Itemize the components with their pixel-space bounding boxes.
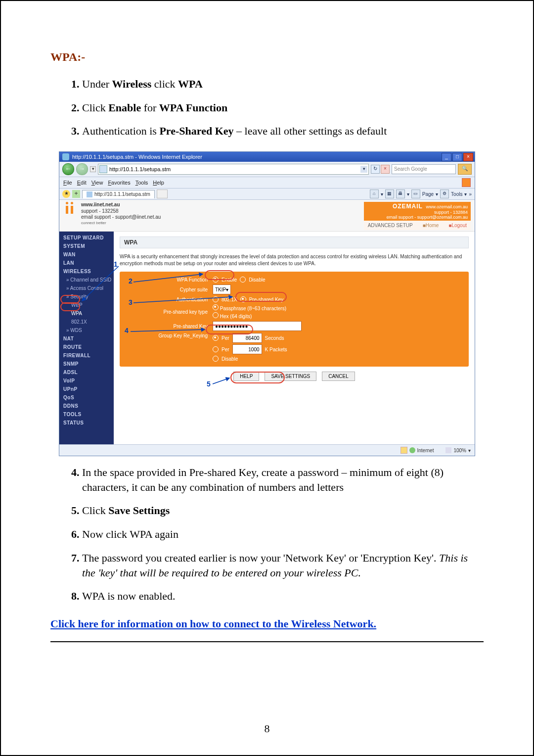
side-wireless[interactable]: WIRELESS — [59, 267, 114, 276]
ring-key — [206, 325, 253, 334]
maximize-button[interactable]: □ — [452, 153, 462, 161]
side-8021x[interactable]: 802.1X — [59, 318, 114, 326]
side-qos[interactable]: QoS — [59, 393, 114, 402]
arrow-3 — [134, 301, 237, 306]
window-buttons: _ □ × — [442, 153, 473, 161]
side-nat[interactable]: NAT — [59, 334, 114, 343]
side-tools[interactable]: TOOLS — [59, 410, 114, 419]
new-tab-button[interactable] — [157, 189, 168, 198]
side-system[interactable]: SYSTEM — [59, 242, 114, 250]
chevrons-icon[interactable]: » — [469, 191, 472, 197]
rekey-seconds-input[interactable]: 86400 — [232, 333, 262, 343]
side-voip[interactable]: VoIP — [59, 377, 114, 385]
menus: File Edit View Favorites Tools Help — [63, 180, 164, 186]
steps-list-top: Under Wireless click WPA Click Enable fo… — [50, 77, 484, 139]
search-go-button[interactable]: 🔍 — [458, 164, 472, 175]
side-firewall[interactable]: FIREWALL — [59, 351, 114, 360]
cypher-select[interactable]: TKIP ▾ — [213, 284, 231, 294]
menu-tools[interactable]: Tools — [135, 180, 148, 186]
ozemail-brand: OZEMAIL www.ozemail.com.au support - 132… — [364, 202, 471, 230]
radio-disable[interactable] — [240, 277, 246, 283]
favorites-icon[interactable]: ★ — [62, 190, 70, 198]
wpa-settings-panel: WPA Function Enable Disable Cypher suite — [120, 272, 469, 367]
status-zone: Internet — [400, 447, 434, 454]
menu-edit[interactable]: Edit — [77, 180, 87, 186]
menu-view[interactable]: View — [91, 180, 103, 186]
ie-window: http://10.1.1.1/setupa.stm - Windows Int… — [59, 151, 475, 456]
home-icon[interactable]: ⌂ — [370, 189, 379, 198]
ring-enable — [205, 270, 234, 280]
menu-file[interactable]: File — [63, 180, 72, 186]
refresh-button[interactable]: ↻ — [371, 165, 380, 174]
iinet-info: www.iinet.net.au support - 132258 email … — [81, 202, 161, 226]
ring-save — [230, 372, 285, 383]
wpa-panel-title: WPA — [120, 236, 469, 248]
tools-menu-icon[interactable]: ⚙ — [440, 189, 449, 198]
home-link[interactable]: ■Home — [423, 223, 439, 228]
callout-5: 5 — [207, 380, 211, 388]
side-status[interactable]: STATUS — [59, 419, 114, 427]
rekey-packets-input[interactable]: 1000 — [232, 344, 262, 354]
feeds-icon[interactable]: ▦ — [385, 189, 394, 198]
rss-icon[interactable] — [462, 178, 471, 187]
step-5: Click Save Settings — [82, 503, 484, 518]
ie-status-bar: Internet 100% ▾ — [59, 444, 475, 456]
side-snmp[interactable]: SNMP — [59, 360, 114, 368]
print-icon[interactable]: 🖶 — [396, 189, 405, 198]
status-zoom[interactable]: 100% ▾ — [445, 447, 471, 453]
side-upnp[interactable]: UPnP — [59, 385, 114, 393]
minimize-button[interactable]: _ — [442, 153, 451, 161]
side-wan[interactable]: WAN — [59, 250, 114, 259]
shield-icon — [400, 447, 407, 454]
url-text: http://10.1.1.1/setupa.stm — [109, 166, 358, 172]
button-row: HELP SAVE SETTINGS CANCEL — [120, 372, 469, 381]
stop-button[interactable]: × — [381, 165, 390, 174]
callout-4: 4 — [125, 327, 129, 334]
radio-rekey-seconds[interactable] — [213, 335, 219, 341]
menu-help[interactable]: Help — [153, 180, 164, 186]
address-dropdown-icon[interactable]: ▾ — [360, 166, 367, 173]
browser-tab[interactable]: http://10.1.1.1/setupa.stm — [82, 190, 155, 198]
radio-rekey-disable[interactable] — [213, 356, 219, 362]
radio-rekey-packets[interactable] — [213, 346, 219, 352]
section-heading: WPA:- — [50, 50, 484, 64]
ring-side-wpa — [60, 302, 80, 311]
globe-icon — [409, 447, 415, 453]
page-icon — [99, 165, 107, 173]
close-button[interactable]: × — [463, 153, 473, 161]
arrow-1 — [117, 261, 136, 276]
side-ddns[interactable]: DDNS — [59, 402, 114, 410]
back-button[interactable]: ← — [62, 163, 74, 175]
forward-button[interactable]: → — [76, 163, 88, 175]
add-favorite-icon[interactable]: + — [72, 190, 80, 198]
row-cypher: Cypher suite TKIP ▾ — [124, 284, 465, 294]
wpa-description: WPA is a security enhancement that stron… — [120, 253, 469, 267]
horizontal-rule — [50, 641, 484, 642]
side-route[interactable]: ROUTE — [59, 343, 114, 351]
side-wds[interactable]: » WDS — [59, 326, 114, 334]
side-lan[interactable]: LAN — [59, 259, 114, 267]
steps-list-bottom: In the space provided in Pre-shared Key,… — [50, 465, 484, 604]
tab-page-icon — [87, 191, 92, 197]
search-input[interactable]: Search Google — [392, 164, 456, 174]
iinet-brand: www.iinet.net.au support - 132258 email … — [63, 202, 161, 226]
row-pkey: Pre-shared Key ●●●●●●●●●●● — [124, 321, 465, 331]
menu-favorites[interactable]: Favorites — [108, 180, 130, 186]
cancel-button[interactable]: CANCEL — [322, 372, 355, 381]
nav-dropdown[interactable]: ▾ — [90, 166, 96, 172]
radio-hex[interactable] — [213, 312, 219, 318]
side-access-control[interactable]: » Access Control — [59, 284, 114, 292]
screenshot: http://10.1.1.1/setupa.stm - Windows Int… — [50, 151, 484, 456]
logout-link[interactable]: ■Logout — [448, 223, 467, 228]
address-field[interactable]: http://10.1.1.1/setupa.stm ▾ — [98, 164, 369, 175]
tool-strip: ⌂▾ ▦ 🖶▾ ▭Page▾ ⚙Tools▾ » — [370, 189, 472, 198]
advanced-setup-label: ADVANCED SETUP — [368, 223, 413, 228]
page-menu-icon[interactable]: ▭ — [411, 189, 420, 198]
connect-wireless-link[interactable]: Click here for information on how to con… — [50, 617, 376, 630]
step-3: Authentication is Pre-Shared Key – leave… — [82, 124, 484, 139]
side-adsl[interactable]: ADSL — [59, 368, 114, 377]
row-rekey: Group Key Re_Keying Per 86400 Seconds — [124, 333, 465, 362]
side-setup-wizard[interactable]: SETUP WIZARD — [59, 234, 114, 242]
window-title: http://10.1.1.1/setupa.stm - Windows Int… — [72, 154, 442, 160]
side-channel-ssid[interactable]: » Channel and SSID — [59, 276, 114, 284]
